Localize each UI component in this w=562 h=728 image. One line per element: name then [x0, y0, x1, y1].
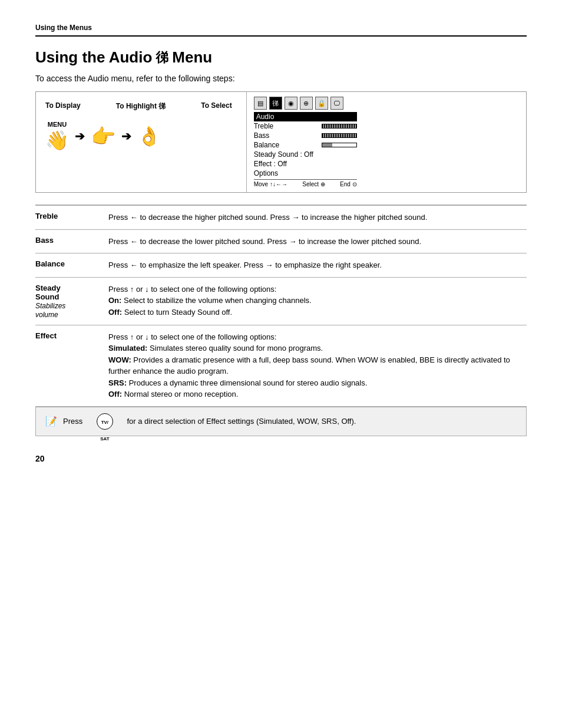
diagram-left: To Display To Highlight 㣢 To Select MENU…	[36, 92, 246, 192]
menu-icon-3: ◉	[285, 97, 297, 110]
menu-item-balance: Balance	[254, 140, 357, 150]
menu-icon-4: ⊕	[300, 97, 313, 110]
col3-icon: 👌	[137, 125, 161, 147]
bass-bar	[322, 133, 357, 138]
menu-item-treble: Treble	[254, 121, 357, 131]
term-treble: Treble	[35, 205, 106, 229]
footer-move: Move ↑↓←→	[254, 181, 287, 187]
content-table: Treble Press ← to decrease the higher pi…	[35, 205, 527, 407]
hand1-icon: 👋	[45, 129, 69, 151]
desc-balance: Press ← to emphasize the left speaker. P…	[106, 253, 527, 278]
breadcrumb: Using the Menus	[35, 24, 527, 37]
diagram-icons-row: MENU 👋 ➔ 👉 ➔ 👌	[45, 121, 232, 151]
col2-icon: 👉	[91, 124, 115, 148]
term-steady-sound: SteadySound Stabilizesvolume	[35, 277, 106, 325]
col1-icon: MENU 👋	[45, 121, 69, 151]
menu-icon-6: 🖵	[330, 97, 343, 110]
note-pencil-icon: 📝	[45, 416, 57, 427]
note-box: 📝 Press TV/SAT for a direct selection of…	[35, 407, 527, 436]
table-row-balance: Balance Press ← to emphasize the left sp…	[35, 253, 527, 278]
menu-footer: Move ↑↓←→ Select ⊕ End ⊙	[254, 179, 357, 187]
menu-item-steadysound: Steady Sound : Off	[254, 150, 357, 159]
table-row-bass: Bass Press ← to decrease the lower pitch…	[35, 229, 527, 253]
col1-label: To Display	[45, 101, 81, 111]
arrow2-icon: ➔	[121, 129, 131, 143]
col2-label: To Highlight 㣢	[116, 101, 166, 111]
treble-bar	[322, 124, 357, 129]
balance-bar	[322, 143, 357, 147]
menu-icons-row: ▤ 㣢 ◉ ⊕ 🔒 🖵	[254, 97, 357, 110]
title-text: Using the Audio	[35, 48, 152, 67]
tv-sat-button: TV/SAT	[97, 413, 113, 430]
intro-text: To access the Audio menu, refer to the f…	[35, 74, 527, 83]
page-title: Using the Audio 㣢 Menu	[35, 48, 527, 67]
desc-bass: Press ← to decrease the lower pitched so…	[106, 229, 527, 253]
menu-item-audio: Audio	[254, 112, 357, 121]
table-row-treble: Treble Press ← to decrease the higher pi…	[35, 205, 527, 229]
term-effect: Effect	[35, 325, 106, 406]
menu-item-bass: Bass	[254, 131, 357, 140]
hand3-icon: 👌	[137, 125, 161, 147]
title-suffix: Menu	[172, 48, 212, 67]
note-suffix-label: for a direct selection of Effect setting…	[127, 417, 356, 426]
footer-select: Select ⊕	[302, 181, 325, 187]
menu-icon-5: 🔒	[315, 97, 328, 110]
menu-screenshot: ▤ 㣢 ◉ ⊕ 🔒 🖵 Audio Treble Bass Balance S	[246, 92, 364, 192]
arrow1-icon: ➔	[75, 129, 85, 143]
term-balance: Balance	[35, 253, 106, 278]
desc-treble: Press ← to decrease the higher pitched s…	[106, 205, 527, 229]
col3-label: To Select	[201, 101, 232, 111]
hand2-icon: 👉	[91, 124, 115, 148]
menu-label: MENU	[48, 121, 67, 128]
menu-icon-2: 㣢	[269, 97, 282, 110]
diagram-box: To Display To Highlight 㣢 To Select MENU…	[35, 91, 527, 193]
desc-effect: Press ↑ or ↓ to select one of the follow…	[106, 325, 527, 406]
desc-steady-sound: Press ↑ or ↓ to select one of the follow…	[106, 277, 527, 325]
menu-item-effect: Effect : Off	[254, 159, 357, 169]
table-row-effect: Effect Press ↑ or ↓ to select one of the…	[35, 325, 527, 406]
audio-symbol: 㣢	[156, 49, 168, 67]
page-number: 20	[35, 454, 527, 463]
menu-icon-1: ▤	[254, 97, 267, 110]
footer-end: End ⊙	[340, 181, 357, 187]
term-bass: Bass	[35, 229, 106, 253]
diagram-labels: To Display To Highlight 㣢 To Select	[45, 101, 232, 111]
note-press-label: Press	[63, 417, 82, 426]
menu-item-options: Options	[254, 169, 357, 178]
table-row-steady-sound: SteadySound Stabilizesvolume Press ↑ or …	[35, 277, 527, 325]
